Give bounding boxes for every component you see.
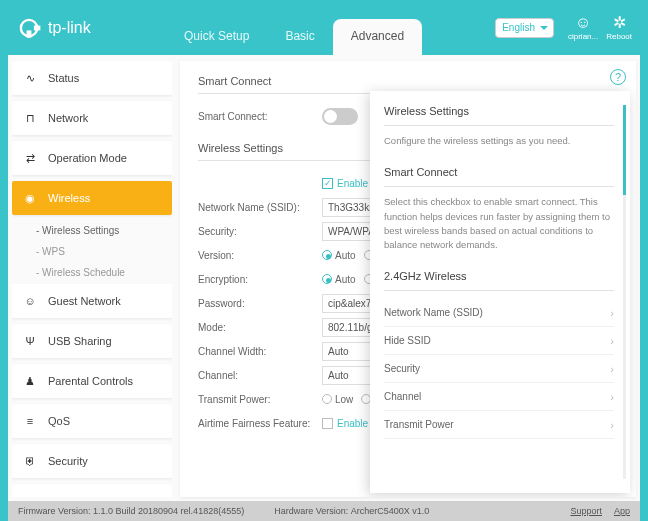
sidebar-sub-wireless-settings[interactable]: - Wireless Settings — [12, 221, 172, 240]
help-smartconnect-title: Smart Connect — [384, 166, 614, 187]
sidebar-item-operation-mode[interactable]: ⇄Operation Mode — [12, 141, 172, 175]
security-label: Security: — [198, 226, 322, 237]
main-tabs: Quick Setup Basic Advanced — [162, 0, 495, 55]
chevron-right-icon: › — [610, 363, 614, 375]
sidebar-item-usb-sharing[interactable]: ΨUSB Sharing — [12, 324, 172, 358]
brand-logo: tp-link — [12, 15, 162, 41]
channel-width-label: Channel Width: — [198, 346, 322, 357]
help-item-channel[interactable]: Channel› — [384, 383, 614, 411]
parental-icon: ♟ — [22, 375, 38, 388]
shield-icon: ⛨ — [22, 455, 38, 467]
help-item-ssid[interactable]: Network Name (SSID)› — [384, 299, 614, 327]
sidebar-item-guest-network[interactable]: ☺Guest Network — [12, 284, 172, 318]
help-icon: ? — [615, 71, 621, 83]
sidebar-item-network[interactable]: ⊓Network — [12, 101, 172, 135]
chevron-right-icon: › — [610, 307, 614, 319]
sidebar-item-qos[interactable]: ≡QoS — [12, 404, 172, 438]
sidebar-sub-wireless-schedule[interactable]: - Wireless Schedule — [12, 263, 172, 282]
svg-rect-2 — [34, 25, 41, 30]
tab-basic[interactable]: Basic — [267, 19, 332, 55]
tab-advanced[interactable]: Advanced — [333, 19, 422, 55]
smart-connect-toggle[interactable] — [322, 108, 358, 125]
user-icon: ☺ — [568, 14, 598, 32]
help-popover: Wireless Settings Configure the wireless… — [370, 91, 630, 493]
footer: Firmware Version: 1.1.0 Build 20180904 r… — [8, 501, 640, 521]
ssid-label: Network Name (SSID): — [198, 202, 322, 213]
firmware-label: Firmware Version: — [18, 506, 91, 516]
app-link[interactable]: App — [614, 506, 630, 516]
opmode-icon: ⇄ — [22, 152, 38, 165]
chevron-right-icon: › — [610, 335, 614, 347]
status-icon: ∿ — [22, 72, 38, 85]
help-wireless-text: Configure the wireless settings as you n… — [384, 134, 614, 148]
chevron-right-icon: › — [610, 419, 614, 431]
sidebar-item-security[interactable]: ⛨Security — [12, 444, 172, 478]
transmit-power-label: Transmit Power: — [198, 394, 322, 405]
hardware-value: ArcherC5400X v1.0 — [351, 506, 430, 516]
nat-icon: ⊕ — [22, 495, 38, 498]
mode-label: Mode: — [198, 322, 322, 333]
firmware-value: 1.1.0 Build 20180904 rel.41828(4555) — [93, 506, 244, 516]
guest-icon: ☺ — [22, 295, 38, 307]
chevron-right-icon: › — [610, 391, 614, 403]
wireless-icon: ◉ — [22, 192, 38, 205]
channel-label: Channel: — [198, 370, 322, 381]
support-link[interactable]: Support — [570, 506, 602, 516]
help-24ghz-title: 2.4GHz Wireless — [384, 270, 614, 291]
reboot-button[interactable]: ✲Reboot — [606, 14, 632, 41]
help-button[interactable]: ? — [610, 69, 626, 85]
password-label: Password: — [198, 298, 322, 309]
encryption-label: Encryption: — [198, 274, 322, 285]
smart-connect-label: Smart Connect: — [198, 111, 322, 122]
help-item-transmit-power[interactable]: Transmit Power› — [384, 411, 614, 439]
usb-icon: Ψ — [22, 335, 38, 347]
encryption-auto-radio[interactable]: Auto — [322, 274, 356, 285]
network-icon: ⊓ — [22, 112, 38, 125]
popover-scrollbar[interactable] — [623, 105, 626, 479]
sidebar-item-nat-forwarding[interactable]: ⊕NAT Forwarding — [12, 484, 172, 497]
content-panel: ? Smart Connect Smart Connect: Wireless … — [180, 61, 636, 497]
sidebar-item-status[interactable]: ∿Status — [12, 61, 172, 95]
help-item-hide-ssid[interactable]: Hide SSID› — [384, 327, 614, 355]
hardware-label: Hardware Version: — [274, 506, 348, 516]
brand-text: tp-link — [48, 19, 91, 37]
power-low-radio[interactable]: Low — [322, 394, 353, 405]
sidebar-sub-wps[interactable]: - WPS — [12, 242, 172, 261]
user-menu[interactable]: ☺ciprian... — [568, 14, 598, 41]
help-item-security[interactable]: Security› — [384, 355, 614, 383]
svg-rect-1 — [27, 30, 32, 37]
qos-icon: ≡ — [22, 415, 38, 427]
reboot-icon: ✲ — [606, 14, 632, 32]
sidebar-item-parental-controls[interactable]: ♟Parental Controls — [12, 364, 172, 398]
tplink-icon — [16, 15, 42, 41]
language-select[interactable]: English — [495, 18, 554, 38]
sidebar: ∿Status ⊓Network ⇄Operation Mode ◉Wirele… — [12, 61, 172, 497]
airtime-label: Airtime Fairness Feature: — [198, 418, 322, 429]
help-wireless-title: Wireless Settings — [384, 105, 614, 126]
tab-quick-setup[interactable]: Quick Setup — [166, 19, 267, 55]
sidebar-item-wireless[interactable]: ◉Wireless — [12, 181, 172, 215]
help-smartconnect-text: Select this checkbox to enable smart con… — [384, 195, 614, 252]
version-auto-radio[interactable]: Auto — [322, 250, 356, 261]
version-label: Version: — [198, 250, 322, 261]
